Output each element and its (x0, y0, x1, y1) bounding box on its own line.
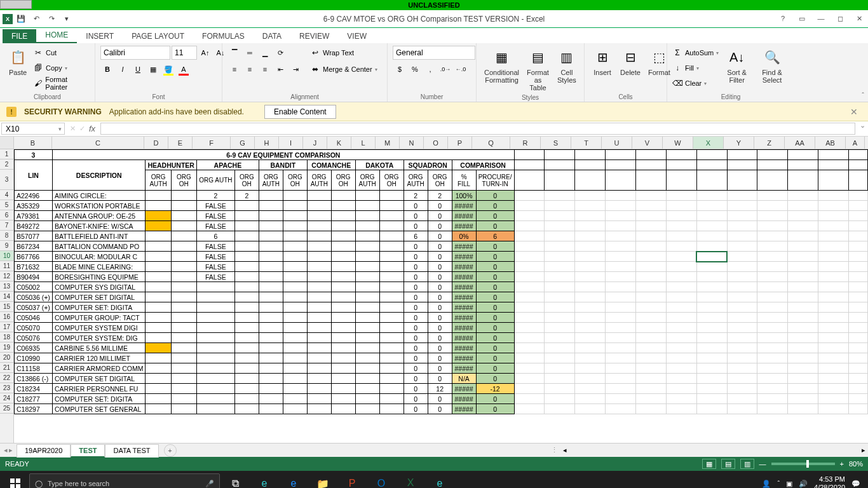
cell[interactable] (259, 241, 283, 252)
cell[interactable] (757, 211, 788, 221)
cell[interactable] (696, 160, 727, 170)
cell[interactable] (355, 241, 379, 252)
cell[interactable] (635, 353, 666, 363)
cell[interactable] (514, 160, 545, 170)
cell[interactable] (727, 394, 757, 404)
cell[interactable] (606, 241, 636, 252)
cell[interactable] (757, 150, 788, 160)
cell[interactable] (757, 170, 788, 191)
cell[interactable] (307, 191, 331, 201)
cell[interactable] (575, 201, 606, 211)
cell[interactable] (514, 191, 545, 201)
cell[interactable] (379, 282, 403, 292)
cell[interactable] (848, 333, 867, 343)
row-header[interactable]: 20 (0, 353, 13, 363)
cell[interactable] (283, 374, 307, 384)
cell[interactable] (635, 160, 666, 170)
column-header[interactable]: A (846, 137, 865, 149)
cell[interactable]: 6 (403, 231, 428, 241)
qat-save-icon[interactable]: 💾 (14, 13, 28, 25)
cell[interactable] (331, 262, 355, 272)
merge-center-button[interactable]: ⬌Merge & Center ▾ (310, 62, 377, 76)
cell[interactable] (727, 384, 757, 394)
cell[interactable]: BORESIGHTING EQUIPME (52, 272, 145, 282)
cell[interactable] (818, 333, 849, 343)
cell[interactable]: ORG AUTH (307, 170, 331, 191)
cell[interactable] (635, 374, 666, 384)
row-header[interactable]: 17 (0, 322, 13, 332)
cell[interactable] (234, 333, 259, 343)
row-header[interactable]: 1 (0, 149, 13, 159)
cell[interactable] (146, 374, 171, 384)
cell[interactable]: B67234 (15, 241, 53, 252)
tray-volume-icon[interactable]: 🔊 (799, 480, 808, 488)
cell[interactable] (545, 292, 575, 302)
cell[interactable] (727, 160, 757, 170)
cell[interactable]: ##### (452, 384, 476, 394)
cell[interactable] (259, 211, 283, 221)
cell[interactable] (666, 221, 696, 231)
align-middle-icon[interactable]: ═ (243, 46, 257, 60)
cell[interactable] (545, 404, 575, 414)
cell[interactable] (575, 333, 606, 343)
cell[interactable] (171, 353, 196, 363)
cell[interactable] (575, 241, 606, 252)
cell[interactable] (196, 394, 234, 404)
cell[interactable] (666, 201, 696, 211)
cell[interactable] (514, 282, 545, 292)
cell[interactable]: 0 (403, 221, 428, 231)
cell[interactable] (283, 323, 307, 333)
cell[interactable] (696, 211, 727, 221)
cell[interactable]: 0 (476, 374, 514, 384)
cell[interactable] (171, 252, 196, 262)
cell[interactable] (848, 282, 867, 292)
column-header[interactable]: S (541, 137, 571, 149)
cell[interactable] (234, 221, 259, 231)
cell[interactable] (379, 211, 403, 221)
cell[interactable]: BANDIT (259, 160, 307, 170)
taskbar-clock[interactable]: 4:53 PM 4/28/2020 (814, 475, 845, 488)
cell[interactable]: C10990 (15, 353, 53, 363)
cell[interactable] (788, 302, 818, 313)
row-header[interactable]: 9 (0, 241, 13, 251)
cell[interactable]: 0 (403, 211, 428, 221)
cell[interactable] (575, 343, 606, 353)
spreadsheet-grid[interactable]: BCDEFGHIJKLMNOPQRSTUVWXYZAAABA 123456789… (0, 137, 868, 443)
cell[interactable] (171, 221, 196, 231)
cell[interactable] (234, 363, 259, 374)
cell[interactable] (727, 313, 757, 323)
cell[interactable] (818, 160, 849, 170)
cell[interactable] (171, 323, 196, 333)
cell[interactable] (514, 262, 545, 272)
cell[interactable] (331, 282, 355, 292)
cell[interactable] (606, 272, 636, 282)
cell[interactable] (283, 221, 307, 231)
minimize-icon[interactable]: — (815, 15, 827, 23)
cell[interactable]: C11158 (15, 363, 53, 374)
tab-home[interactable]: HOME (36, 28, 77, 43)
cell[interactable] (635, 363, 666, 374)
cell[interactable] (757, 160, 788, 170)
cell[interactable] (355, 262, 379, 272)
wrap-text-button[interactable]: ↩Wrap Text (310, 46, 377, 60)
cell[interactable] (606, 394, 636, 404)
cell[interactable] (514, 363, 545, 374)
cell[interactable] (234, 201, 259, 211)
outlook-icon[interactable]: O (367, 471, 395, 488)
cell[interactable] (727, 292, 757, 302)
column-header[interactable]: M (376, 137, 400, 149)
cell[interactable] (259, 252, 283, 262)
cell[interactable]: PROCURE/ TURN-IN (476, 170, 514, 191)
cell[interactable] (757, 363, 788, 374)
column-header[interactable]: P (448, 137, 472, 149)
cell[interactable] (545, 252, 575, 262)
hscroll-left-icon[interactable]: ◂ (563, 446, 567, 454)
font-name-select[interactable] (100, 46, 170, 60)
row-header[interactable]: 2 (0, 159, 13, 170)
cell[interactable] (848, 150, 867, 160)
cell[interactable] (307, 394, 331, 404)
cell[interactable] (848, 313, 867, 323)
maximize-icon[interactable]: ◻ (834, 15, 846, 23)
cell[interactable]: 0 (403, 262, 428, 272)
cell[interactable] (818, 384, 849, 394)
